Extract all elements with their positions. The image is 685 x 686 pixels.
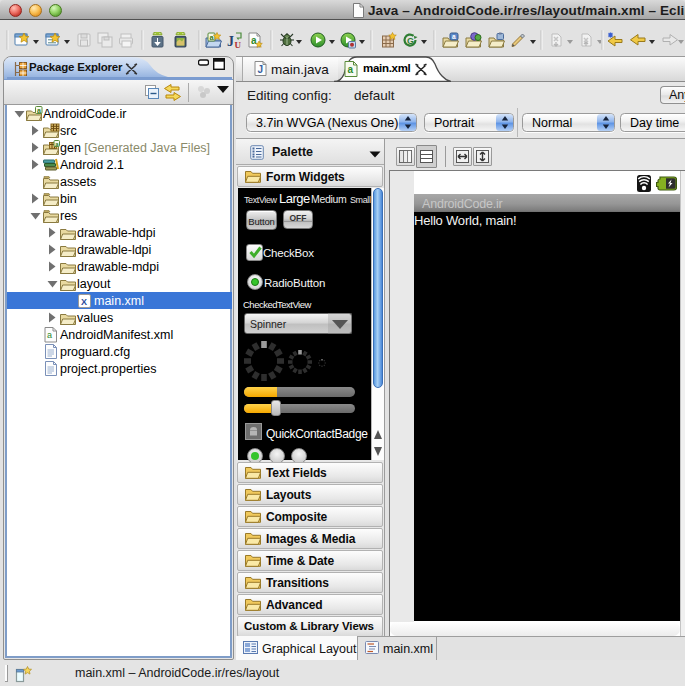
- svg-text:a: a: [348, 64, 354, 75]
- svg-text:a: a: [37, 107, 41, 114]
- svg-text:a: a: [452, 33, 456, 40]
- svg-text:J: J: [258, 64, 264, 75]
- svg-text:U: U: [235, 40, 242, 50]
- svg-text:G: G: [407, 36, 414, 46]
- svg-text:a: a: [47, 330, 52, 340]
- svg-text:J: J: [227, 34, 234, 49]
- svg-text:X: X: [81, 297, 87, 307]
- svg-text:a: a: [251, 35, 257, 46]
